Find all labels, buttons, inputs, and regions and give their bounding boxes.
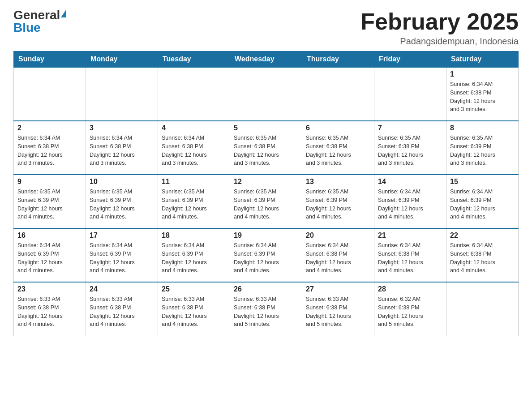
day-info: Sunrise: 6:34 AMSunset: 6:39 PMDaylight:… — [450, 188, 515, 221]
calendar-body: 1Sunrise: 6:34 AMSunset: 6:38 PMDaylight… — [14, 67, 519, 336]
day-number: 24 — [90, 285, 154, 293]
calendar-cell: 17Sunrise: 6:34 AMSunset: 6:39 PMDayligh… — [86, 228, 158, 282]
calendar-cell: 21Sunrise: 6:34 AMSunset: 6:38 PMDayligh… — [374, 228, 446, 282]
day-info: Sunrise: 6:33 AMSunset: 6:38 PMDaylight:… — [234, 295, 298, 329]
calendar-cell: 28Sunrise: 6:32 AMSunset: 6:38 PMDayligh… — [374, 282, 446, 336]
calendar-cell: 2Sunrise: 6:34 AMSunset: 6:38 PMDaylight… — [14, 121, 86, 175]
calendar-cell — [14, 67, 86, 121]
day-number: 3 — [90, 124, 154, 132]
week-row-3: 9Sunrise: 6:35 AMSunset: 6:39 PMDaylight… — [14, 175, 519, 228]
calendar-cell — [158, 67, 230, 121]
calendar-cell: 12Sunrise: 6:35 AMSunset: 6:39 PMDayligh… — [230, 175, 302, 228]
day-info: Sunrise: 6:35 AMSunset: 6:39 PMDaylight:… — [90, 188, 154, 221]
day-info: Sunrise: 6:32 AMSunset: 6:38 PMDaylight:… — [378, 295, 442, 329]
calendar-cell: 26Sunrise: 6:33 AMSunset: 6:38 PMDayligh… — [230, 282, 302, 336]
day-number: 22 — [450, 231, 515, 240]
week-row-2: 2Sunrise: 6:34 AMSunset: 6:38 PMDaylight… — [14, 121, 519, 175]
day-info: Sunrise: 6:35 AMSunset: 6:38 PMDaylight:… — [306, 134, 370, 167]
day-info: Sunrise: 6:34 AMSunset: 6:38 PMDaylight:… — [378, 241, 442, 275]
calendar-cell: 5Sunrise: 6:35 AMSunset: 6:38 PMDaylight… — [230, 121, 302, 175]
day-info: Sunrise: 6:35 AMSunset: 6:38 PMDaylight:… — [234, 134, 298, 167]
calendar-cell: 15Sunrise: 6:34 AMSunset: 6:39 PMDayligh… — [446, 175, 519, 228]
day-number: 5 — [234, 124, 298, 132]
calendar-cell: 9Sunrise: 6:35 AMSunset: 6:39 PMDaylight… — [14, 175, 86, 228]
calendar-cell: 3Sunrise: 6:34 AMSunset: 6:38 PMDaylight… — [86, 121, 158, 175]
day-number: 15 — [450, 178, 515, 186]
day-number: 1 — [450, 70, 515, 78]
calendar-cell: 23Sunrise: 6:33 AMSunset: 6:38 PMDayligh… — [14, 282, 86, 336]
logo-triangle-icon — [61, 9, 66, 17]
day-number: 6 — [306, 124, 370, 132]
calendar-cell — [230, 67, 302, 121]
week-row-5: 23Sunrise: 6:33 AMSunset: 6:38 PMDayligh… — [14, 282, 519, 336]
calendar-cell: 19Sunrise: 6:34 AMSunset: 6:39 PMDayligh… — [230, 228, 302, 282]
day-info: Sunrise: 6:33 AMSunset: 6:38 PMDaylight:… — [90, 295, 154, 329]
calendar-header: Sunday Monday Tuesday Wednesday Thursday… — [14, 51, 519, 68]
page-header: General Blue February 2025 Padangsidempu… — [13, 9, 519, 47]
day-number: 21 — [378, 231, 442, 240]
calendar-cell: 25Sunrise: 6:33 AMSunset: 6:38 PMDayligh… — [158, 282, 230, 336]
logo-general-text: General — [13, 9, 60, 21]
day-info: Sunrise: 6:34 AMSunset: 6:38 PMDaylight:… — [162, 134, 226, 167]
day-number: 18 — [162, 231, 226, 240]
day-info: Sunrise: 6:34 AMSunset: 6:38 PMDaylight:… — [450, 241, 515, 275]
weekday-header-row: Sunday Monday Tuesday Wednesday Thursday… — [14, 51, 519, 68]
day-number: 16 — [17, 231, 82, 240]
calendar-cell: 11Sunrise: 6:35 AMSunset: 6:39 PMDayligh… — [158, 175, 230, 228]
day-info: Sunrise: 6:35 AMSunset: 6:39 PMDaylight:… — [234, 188, 298, 221]
day-number: 20 — [306, 231, 370, 240]
day-number: 12 — [234, 178, 298, 186]
calendar-cell: 18Sunrise: 6:34 AMSunset: 6:39 PMDayligh… — [158, 228, 230, 282]
day-info: Sunrise: 6:34 AMSunset: 6:38 PMDaylight:… — [17, 134, 82, 167]
day-number: 7 — [378, 124, 442, 132]
day-info: Sunrise: 6:34 AMSunset: 6:39 PMDaylight:… — [378, 188, 442, 221]
day-number: 27 — [306, 285, 370, 293]
day-number: 26 — [234, 285, 298, 293]
day-number: 10 — [90, 178, 154, 186]
calendar-cell: 27Sunrise: 6:33 AMSunset: 6:38 PMDayligh… — [302, 282, 374, 336]
day-info: Sunrise: 6:35 AMSunset: 6:39 PMDaylight:… — [162, 188, 226, 221]
day-number: 13 — [306, 178, 370, 186]
day-number: 19 — [234, 231, 298, 240]
day-info: Sunrise: 6:34 AMSunset: 6:39 PMDaylight:… — [162, 241, 226, 275]
calendar-cell: 6Sunrise: 6:35 AMSunset: 6:38 PMDaylight… — [302, 121, 374, 175]
day-number: 4 — [162, 124, 226, 132]
day-number: 8 — [450, 124, 515, 132]
day-number: 23 — [17, 285, 82, 293]
week-row-1: 1Sunrise: 6:34 AMSunset: 6:38 PMDaylight… — [14, 67, 519, 121]
day-info: Sunrise: 6:33 AMSunset: 6:38 PMDaylight:… — [162, 295, 226, 329]
calendar-cell — [302, 67, 374, 121]
header-monday: Monday — [86, 51, 158, 68]
calendar-cell: 20Sunrise: 6:34 AMSunset: 6:38 PMDayligh… — [302, 228, 374, 282]
location-text: Padangsidempuan, Indonesia — [360, 36, 519, 47]
calendar-cell: 7Sunrise: 6:35 AMSunset: 6:38 PMDaylight… — [374, 121, 446, 175]
calendar-cell: 24Sunrise: 6:33 AMSunset: 6:38 PMDayligh… — [86, 282, 158, 336]
calendar-cell: 4Sunrise: 6:34 AMSunset: 6:38 PMDaylight… — [158, 121, 230, 175]
header-thursday: Thursday — [302, 51, 374, 68]
title-block: February 2025 Padangsidempuan, Indonesia — [360, 9, 519, 47]
calendar-cell: 13Sunrise: 6:35 AMSunset: 6:39 PMDayligh… — [302, 175, 374, 228]
logo-blue-text: Blue — [13, 21, 41, 34]
day-number: 9 — [17, 178, 82, 186]
day-info: Sunrise: 6:35 AMSunset: 6:38 PMDaylight:… — [378, 134, 442, 167]
day-info: Sunrise: 6:34 AMSunset: 6:39 PMDaylight:… — [90, 241, 154, 275]
calendar-cell: 1Sunrise: 6:34 AMSunset: 6:38 PMDaylight… — [446, 67, 519, 121]
calendar-cell — [446, 282, 519, 336]
calendar-title: February 2025 — [360, 9, 519, 34]
calendar-cell: 16Sunrise: 6:34 AMSunset: 6:39 PMDayligh… — [14, 228, 86, 282]
header-friday: Friday — [374, 51, 446, 68]
day-info: Sunrise: 6:35 AMSunset: 6:39 PMDaylight:… — [17, 188, 82, 221]
day-info: Sunrise: 6:33 AMSunset: 6:38 PMDaylight:… — [306, 295, 370, 329]
day-info: Sunrise: 6:35 AMSunset: 6:39 PMDaylight:… — [306, 188, 370, 221]
calendar-cell — [374, 67, 446, 121]
day-info: Sunrise: 6:33 AMSunset: 6:38 PMDaylight:… — [17, 295, 82, 329]
header-tuesday: Tuesday — [158, 51, 230, 68]
day-number: 28 — [378, 285, 442, 293]
logo: General Blue — [13, 9, 66, 34]
day-number: 2 — [17, 124, 82, 132]
day-info: Sunrise: 6:34 AMSunset: 6:38 PMDaylight:… — [450, 80, 515, 114]
calendar-table: Sunday Monday Tuesday Wednesday Thursday… — [13, 51, 519, 336]
day-number: 14 — [378, 178, 442, 186]
day-info: Sunrise: 6:34 AMSunset: 6:38 PMDaylight:… — [306, 241, 370, 275]
calendar-cell — [86, 67, 158, 121]
